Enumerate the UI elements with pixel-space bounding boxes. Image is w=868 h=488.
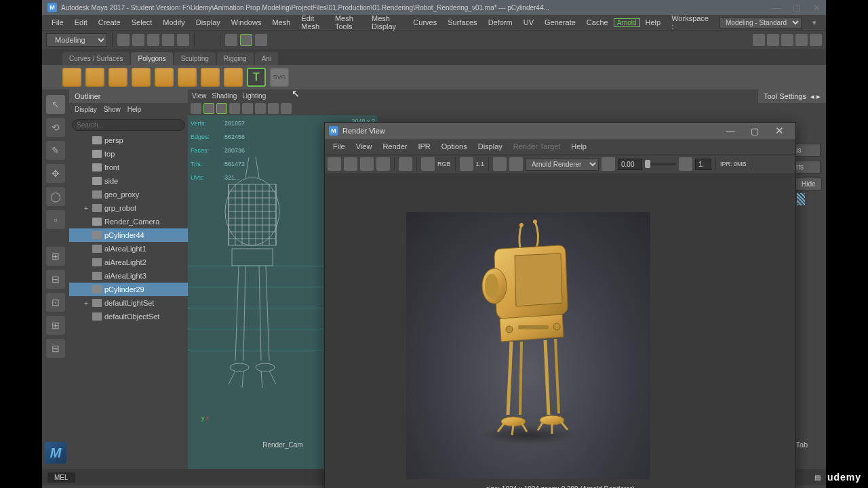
outliner-search[interactable] xyxy=(72,119,185,131)
script-lang[interactable]: MEL xyxy=(47,472,75,483)
menu-modify[interactable]: Modify xyxy=(157,18,190,26)
scale-tool[interactable]: ▫ xyxy=(46,210,65,229)
shelf-pyramid-icon[interactable] xyxy=(201,68,220,87)
vp-icon[interactable] xyxy=(268,103,279,114)
vp-icon[interactable] xyxy=(229,103,240,114)
menu-arnold[interactable]: Arnold xyxy=(614,18,640,27)
rv-snapshot-icon[interactable] xyxy=(344,157,357,171)
render-canvas[interactable]: size: 1024 x 1024 zoom: 0.389 (Arnold Re… xyxy=(325,174,795,488)
shelf-tab-animation[interactable]: Ani xyxy=(255,52,278,65)
rv-region-icon[interactable] xyxy=(376,157,390,171)
rv-rgb-label[interactable]: RGB xyxy=(437,161,451,167)
hide-button[interactable]: Hide xyxy=(795,178,822,190)
rv-close-button[interactable]: ✕ xyxy=(767,123,791,138)
outliner-item-light2[interactable]: aiAreaLight2 xyxy=(69,256,188,269)
menu-editmesh[interactable]: Edit Mesh xyxy=(296,14,330,30)
menu-file[interactable]: File xyxy=(46,18,69,26)
undo-icon[interactable] xyxy=(162,34,174,46)
outliner-item-defaultlightset[interactable]: +defaultLightSet xyxy=(69,296,188,310)
menu-help[interactable]: Help xyxy=(640,18,667,26)
menu-mesh[interactable]: Mesh xyxy=(267,18,296,26)
outliner-item-light1[interactable]: aiAreaLight1 xyxy=(69,242,188,256)
minimize-button[interactable]: — xyxy=(772,3,781,13)
menu-generate[interactable]: Generate xyxy=(539,18,581,26)
menu-deform[interactable]: Deform xyxy=(483,18,518,26)
layout-tool-1[interactable]: ⊞ xyxy=(46,247,65,266)
move-tool[interactable]: ✥ xyxy=(46,164,65,183)
outliner-item-light3[interactable]: aiAreaLight3 xyxy=(69,269,188,283)
outliner-item-grprobot[interactable]: +grp_robot xyxy=(69,201,188,215)
rv-menu-render[interactable]: Render xyxy=(377,142,412,150)
render-view-titlebar[interactable]: M Render View — ▢ ✕ xyxy=(325,123,795,139)
close-button[interactable]: ✕ xyxy=(813,3,821,13)
vp-icon[interactable] xyxy=(281,103,292,114)
rv-minimize-button[interactable]: — xyxy=(718,123,743,138)
outliner-item-geoproxy[interactable]: geo_proxy xyxy=(69,188,188,201)
snap-grid-icon[interactable] xyxy=(225,34,237,46)
layout-tool-5[interactable]: ⊟ xyxy=(46,339,65,358)
shelf-svg-icon[interactable]: SVG xyxy=(270,68,289,87)
layout-icon-2[interactable] xyxy=(767,34,779,46)
menu-meshdisplay[interactable]: Mesh Display xyxy=(366,14,408,30)
menu-create[interactable]: Create xyxy=(93,18,126,26)
shelf-tab-sculpting[interactable]: Sculpting xyxy=(174,52,216,65)
vp-icon[interactable] xyxy=(255,103,266,114)
menu-display[interactable]: Display xyxy=(191,18,226,26)
workspace-select[interactable]: Modeling - Standard xyxy=(719,17,802,28)
vp-icon[interactable] xyxy=(191,103,201,114)
rv-settings-icon[interactable] xyxy=(421,157,435,171)
layout-tool-3[interactable]: ⊡ xyxy=(46,293,65,312)
rv-gamma-icon[interactable] xyxy=(679,157,692,171)
rv-prev-icon[interactable] xyxy=(460,157,473,171)
rv-menu-file[interactable]: File xyxy=(328,142,351,150)
rv-ipr-icon[interactable] xyxy=(360,157,374,171)
rv-gamma-input[interactable] xyxy=(695,159,711,170)
redo-icon[interactable] xyxy=(177,34,189,46)
layout-icon-1[interactable] xyxy=(753,34,765,46)
layout-tool-4[interactable]: ⊞ xyxy=(46,316,65,335)
shelf-cylinder-icon[interactable] xyxy=(108,68,127,87)
layout-icon-3[interactable] xyxy=(781,34,793,46)
layout-icon-4[interactable] xyxy=(795,34,808,46)
shelf-torus-icon[interactable] xyxy=(178,68,197,87)
vp-icon[interactable] xyxy=(216,103,227,114)
layout-icon-5[interactable] xyxy=(810,34,822,46)
snap-curve-icon[interactable] xyxy=(240,34,252,46)
save-icon[interactable] xyxy=(147,34,159,46)
menu-edit[interactable]: Edit xyxy=(69,18,93,26)
vp-menu-lighting[interactable]: Lighting xyxy=(242,92,266,100)
outliner-item-rendercamera[interactable]: Render_Camera xyxy=(69,215,188,228)
outliner-item-side[interactable]: side xyxy=(69,174,188,188)
menu-curves[interactable]: Curves xyxy=(408,18,442,26)
paint-select-tool[interactable]: ✎ xyxy=(46,141,65,160)
rotate-tool[interactable]: ◯ xyxy=(46,187,65,206)
rv-menu-display[interactable]: Display xyxy=(473,142,508,150)
layout-tool-2[interactable]: ⊟ xyxy=(46,270,65,289)
maximize-button[interactable]: ▢ xyxy=(793,3,801,13)
menu-meshtools[interactable]: Mesh Tools xyxy=(330,14,366,30)
outliner-item-front[interactable]: front xyxy=(69,161,188,174)
menu-cache[interactable]: Cache xyxy=(581,18,614,26)
open-icon[interactable] xyxy=(132,34,144,46)
rv-remove-icon[interactable] xyxy=(509,157,523,171)
outliner-menu-show[interactable]: Show xyxy=(104,106,121,113)
outliner-item-pcylinder29[interactable]: pCylinder29 xyxy=(69,283,188,296)
shelf-sphere-icon[interactable] xyxy=(62,68,81,87)
panel-nav-icon[interactable]: ◂ ▸ xyxy=(810,92,821,101)
shelf-cone-icon[interactable] xyxy=(132,68,151,87)
rv-renderer-select[interactable]: Arnold Renderer xyxy=(526,158,599,171)
rv-keep-icon[interactable] xyxy=(493,157,507,171)
lasso-tool[interactable]: ⟲ xyxy=(46,118,65,137)
outliner-menu-display[interactable]: Display xyxy=(75,106,97,113)
shelf-tab-rigging[interactable]: Rigging xyxy=(217,52,254,65)
vp-menu-shading[interactable]: Shading xyxy=(212,92,237,100)
menu-windows[interactable]: Windows xyxy=(226,18,267,26)
rv-reload-icon[interactable] xyxy=(601,157,615,171)
rv-exposure-slider[interactable] xyxy=(645,163,676,165)
outliner-item-top[interactable]: top xyxy=(69,147,188,161)
shelf-type-icon[interactable]: T xyxy=(247,68,266,87)
select-tool[interactable]: ↖ xyxy=(46,95,65,114)
rv-maximize-button[interactable]: ▢ xyxy=(743,123,767,138)
menu-select[interactable]: Select xyxy=(126,18,158,26)
shelf-tab-curves[interactable]: Curves / Surfaces xyxy=(62,52,130,65)
